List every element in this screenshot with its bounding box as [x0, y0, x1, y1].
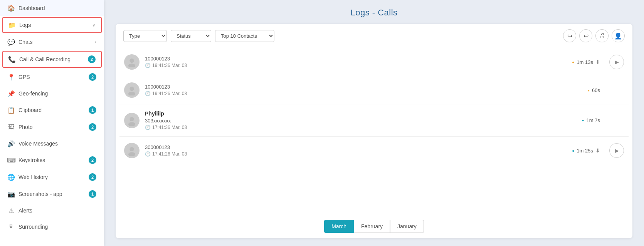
sidebar-label-clipboard: Clipboard: [18, 107, 85, 113]
status-select[interactable]: Status Active Inactive: [171, 30, 211, 42]
pagination: MarchFebruaryJanuary: [116, 214, 632, 238]
sidebar-item-chats[interactable]: 💬Chats‹: [0, 34, 104, 50]
voice-messages-icon: 🔊: [8, 140, 15, 147]
call-list: 100000123🕐 19:41:36 Mar. 08● 1m 13s⬇▶ 10…: [116, 48, 632, 214]
badge-photo: 2: [89, 123, 96, 131]
chevron-icon: ‹: [95, 39, 96, 45]
page-btn-february[interactable]: February: [354, 220, 390, 233]
surrounding-icon: 🎙: [8, 223, 15, 230]
svg-point-5: [128, 122, 135, 126]
sidebar-label-call-recording: Call & Call Recording: [19, 56, 84, 62]
duration-text: 1m 25s: [577, 148, 593, 154]
page-btn-january[interactable]: January: [390, 220, 424, 233]
sidebar-label-voice-messages: Voice Messages: [18, 141, 96, 147]
download-button[interactable]: ⬇: [595, 147, 600, 154]
sidebar-label-web-history: Web History: [18, 174, 85, 180]
badge-clipboard: 1: [89, 106, 96, 114]
call-name: Phyililp: [145, 110, 564, 117]
keystrokes-icon: ⌨: [8, 157, 15, 164]
clipboard-icon: 📋: [8, 107, 15, 114]
type-select[interactable]: Type Incoming Outgoing Missed: [123, 30, 167, 42]
dashboard-icon: 🏠: [8, 5, 15, 12]
logs-icon: 📁: [8, 22, 15, 28]
sidebar-label-keystrokes: Keystrokes: [18, 157, 85, 163]
toolbar-actions: ↪ ↩ 🖨 👤: [563, 29, 625, 42]
forward-button[interactable]: ↪: [563, 29, 576, 42]
call-number: 300000123: [145, 144, 564, 150]
sidebar-label-photo: Photo: [18, 124, 85, 130]
call-duration: ● 60s: [569, 87, 600, 93]
svg-point-0: [129, 59, 134, 63]
sidebar-item-screenshots-app[interactable]: 📷Screenshots - app1: [0, 186, 104, 202]
print-button[interactable]: 🖨: [595, 29, 609, 42]
badge-keystrokes: 2: [89, 156, 96, 164]
avatar: [124, 143, 140, 158]
sidebar-item-logs[interactable]: 📁Logs∨: [2, 17, 102, 33]
download-button[interactable]: ⬇: [595, 59, 600, 65]
badge-screenshots-app: 1: [89, 190, 96, 198]
badge-gps: 2: [89, 73, 96, 81]
call-duration: ● 1m 7s: [569, 117, 600, 123]
call-time: 🕐 17:41:26 Mar. 08: [145, 151, 564, 157]
sidebar-item-photo[interactable]: 🖼Photo2: [0, 119, 104, 136]
call-duration: ● 1m 13s⬇: [569, 59, 600, 65]
sidebar-item-dashboard[interactable]: 🏠Dashboard: [0, 0, 104, 16]
sidebar-label-dashboard: Dashboard: [18, 5, 96, 11]
sidebar-item-keystrokes[interactable]: ⌨Keystrokes2: [0, 152, 104, 169]
duration-text: 1m 7s: [587, 117, 600, 123]
gps-icon: 📍: [8, 74, 15, 80]
svg-point-4: [129, 117, 134, 121]
sidebar-label-screenshots-app: Screenshots - app: [18, 191, 85, 197]
duration-text: 60s: [592, 87, 600, 93]
call-recording-icon: 📞: [8, 56, 15, 63]
call-info: 300000123🕐 17:41:26 Mar. 08: [145, 144, 564, 157]
svg-point-3: [128, 92, 135, 95]
svg-point-2: [129, 87, 134, 91]
content-card: Type Incoming Outgoing Missed Status Act…: [116, 24, 632, 238]
photo-icon: 🖼: [8, 124, 15, 131]
call-time: 🕐 19:41:26 Mar. 08: [145, 91, 564, 96]
page-title: Logs - Calls: [116, 8, 632, 18]
main-content: Logs - Calls Type Incoming Outgoing Miss…: [104, 0, 644, 246]
chats-icon: 💬: [8, 38, 15, 45]
svg-point-7: [128, 152, 135, 156]
call-row: Phyililp303xxxxxxx🕐 17:41:36 Mar. 08● 1m…: [119, 104, 629, 137]
badge-web-history: 2: [89, 173, 96, 181]
duration-text: 1m 13s: [577, 59, 593, 65]
sidebar-item-surrounding[interactable]: 🎙Surrounding: [0, 219, 104, 235]
svg-point-6: [129, 147, 134, 151]
sidebar-item-clipboard[interactable]: 📋Clipboard1: [0, 102, 104, 119]
call-row: 300000123🕐 17:41:26 Mar. 08● 1m 25s⬇▶: [119, 137, 629, 164]
sidebar-item-web-history[interactable]: 🌐Web History2: [0, 169, 104, 186]
top10-select[interactable]: Top 10 Contacts Top 5 Contacts All Conta…: [215, 30, 274, 42]
export-button[interactable]: 👤: [612, 29, 625, 42]
alerts-icon: ⚠: [8, 207, 15, 214]
avatar: [124, 54, 140, 70]
call-info: 100000123🕐 19:41:36 Mar. 08: [145, 56, 564, 68]
page-btn-march[interactable]: March: [324, 220, 354, 233]
geo-fencing-icon: 📌: [8, 90, 15, 97]
screenshots-app-icon: 📷: [8, 191, 15, 197]
reply-button[interactable]: ↩: [579, 29, 592, 42]
avatar: [124, 113, 140, 128]
sidebar-item-alerts[interactable]: ⚠Alerts: [0, 202, 104, 219]
call-duration: ● 1m 25s⬇: [569, 147, 600, 154]
call-row: 100000123🕐 19:41:36 Mar. 08● 1m 13s⬇▶: [119, 48, 629, 76]
sidebar-item-geo-fencing[interactable]: 📌Geo-fencing: [0, 85, 104, 102]
sidebar-item-gps[interactable]: 📍GPS2: [0, 69, 104, 85]
avatar: [124, 82, 140, 98]
sidebar-item-call-recording[interactable]: 📞Call & Call Recording2: [2, 51, 102, 68]
play-button[interactable]: ▶: [609, 55, 624, 69]
sidebar-label-geo-fencing: Geo-fencing: [18, 90, 96, 97]
svg-point-1: [128, 64, 135, 67]
badge-call-recording: 2: [88, 55, 96, 63]
play-button[interactable]: ▶: [609, 143, 624, 158]
call-time: 🕐 17:41:36 Mar. 08: [145, 125, 564, 130]
call-row: 100000123🕐 19:41:26 Mar. 08● 60s: [119, 76, 629, 104]
call-number: 303xxxxxxx: [145, 118, 564, 124]
sidebar-item-voice-messages[interactable]: 🔊Voice Messages: [0, 136, 104, 152]
chevron-icon: ∨: [92, 22, 96, 28]
sidebar-label-chats: Chats: [18, 39, 91, 45]
call-info: 100000123🕐 19:41:26 Mar. 08: [145, 84, 564, 96]
call-info: Phyililp303xxxxxxx🕐 17:41:36 Mar. 08: [145, 110, 564, 130]
